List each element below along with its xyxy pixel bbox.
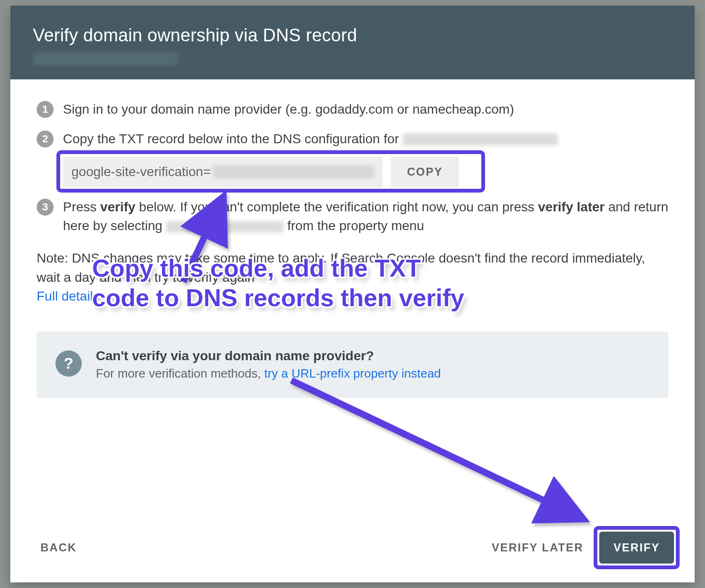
dialog-body: Sign in to your domain name provider (e.… [10, 79, 695, 518]
step-3-b: below. If you can't complete the verific… [135, 200, 538, 214]
hint-content: Can't verify via your domain name provid… [96, 348, 441, 381]
step-2: Copy the TXT record below into the DNS c… [37, 130, 668, 187]
full-details-link[interactable]: Full details [37, 289, 100, 303]
verify-domain-dialog: Verify domain ownership via DNS record S… [10, 6, 695, 582]
verify-button[interactable]: VERIFY [599, 532, 674, 564]
domain-name-redacted [33, 52, 179, 65]
step-3-a: Press [63, 200, 100, 214]
copy-button[interactable]: COPY [391, 157, 459, 187]
dns-note-text: Note: DNS changes may take some time to … [37, 251, 645, 285]
hint-title: Can't verify via your domain name provid… [96, 348, 441, 364]
hint-card: ? Can't verify via your domain name prov… [37, 332, 668, 398]
verify-later-button[interactable]: VERIFY LATER [482, 534, 593, 562]
dns-note: Note: DNS changes may take some time to … [37, 249, 668, 306]
domain-name-redacted-inline-2 [166, 221, 283, 232]
step-3: Press verify below. If you can't complet… [37, 198, 668, 236]
hint-subtitle: For more verification methods, try a URL… [96, 366, 441, 381]
step-2-text: Copy the TXT record below into the DNS c… [63, 132, 403, 146]
step-1-text: Sign in to your domain name provider (e.… [63, 102, 514, 116]
dialog-title: Verify domain ownership via DNS record [33, 25, 672, 46]
txt-record-prefix: google-site-verification= [71, 162, 211, 182]
step-3-d: from the property menu [283, 218, 424, 233]
dialog-header: Verify domain ownership via DNS record [10, 6, 695, 79]
url-prefix-link[interactable]: try a URL-prefix property instead [264, 366, 441, 380]
hint-sub-prefix: For more verification methods, [96, 366, 264, 380]
domain-name-redacted-inline [403, 133, 558, 146]
dialog-actions: BACK VERIFY LATER VERIFY [10, 518, 695, 582]
txt-record-value[interactable]: google-site-verification= [63, 157, 383, 187]
txt-record-suffix-redacted [213, 165, 375, 178]
question-icon: ? [55, 350, 82, 377]
back-button[interactable]: BACK [31, 534, 86, 562]
step-1: Sign in to your domain name provider (e.… [37, 100, 668, 119]
step-3-verify-later: verify later [538, 200, 605, 214]
step-3-verify: verify [100, 200, 135, 214]
txt-record-row: google-site-verification= COPY [63, 157, 668, 187]
